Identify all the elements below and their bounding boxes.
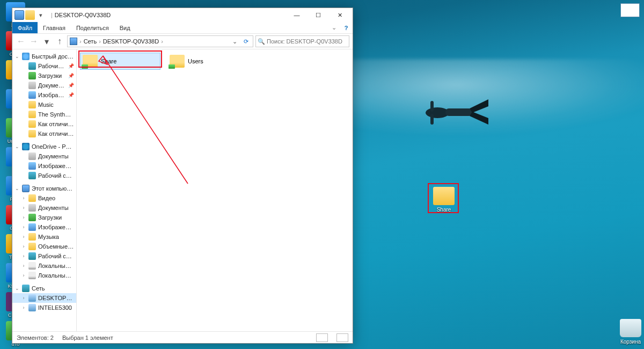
expand-icon[interactable]: › xyxy=(21,195,26,201)
expand-icon[interactable]: › xyxy=(21,273,26,278)
desktop-recycle-bin-label: Корзина xyxy=(620,339,641,345)
expand-icon[interactable]: › xyxy=(21,263,26,268)
nav-item[interactable]: Рабочий стол📌 xyxy=(12,61,76,71)
nav-item[interactable]: Рабочий стол xyxy=(12,171,76,180)
address-history-dropdown-icon[interactable]: ⌄ xyxy=(230,38,239,45)
nav-item[interactable]: ›Документы xyxy=(12,203,76,213)
nav-item[interactable]: ›DESKTOP-Q0V338D xyxy=(12,293,76,303)
desktop[interactable]: Эт... CCl... 360 С... Unins... Не Par...… xyxy=(0,0,644,349)
navigation-pane[interactable]: ⌄Быстрый доступРабочий стол📌Загрузки📌Док… xyxy=(12,49,77,331)
nav-item-icon xyxy=(28,162,36,170)
expand-icon[interactable]: ⌄ xyxy=(14,286,20,291)
expand-icon[interactable]: › xyxy=(21,244,26,249)
qat-dropdown-icon[interactable]: ▾ xyxy=(36,10,46,20)
nav-item-label: Рабочий стол xyxy=(38,63,66,69)
folder-item-users[interactable]: Users xyxy=(167,53,247,70)
svg-rect-1 xyxy=(445,108,472,116)
nav-item[interactable]: ›Видео xyxy=(12,193,76,203)
nav-item-icon xyxy=(28,204,36,212)
folder-icon[interactable] xyxy=(25,10,35,20)
nav-item[interactable]: Как отличить пира xyxy=(12,119,76,129)
expand-icon[interactable]: ⌄ xyxy=(14,144,20,149)
status-selected: Выбран 1 элемент xyxy=(62,335,113,341)
ribbon-tabs: Файл Главная Поделиться Вид ⌄ ? xyxy=(12,22,353,34)
nav-item[interactable]: ⌄OneDrive - Personal xyxy=(12,142,76,151)
nav-item[interactable]: ›Локальный диск (C xyxy=(12,261,76,271)
breadcrumb-host[interactable]: DESKTOP-Q0V338D xyxy=(103,38,159,45)
nav-item[interactable]: ›Музыка xyxy=(12,232,76,242)
tray-widget[interactable] xyxy=(620,3,640,17)
nav-item[interactable]: ⌄Быстрый доступ xyxy=(12,52,76,61)
nav-item[interactable]: The Synthpop Disco xyxy=(12,110,76,119)
refresh-icon[interactable]: ⟳ xyxy=(241,38,251,45)
red-highlight-box xyxy=(428,183,459,213)
expand-icon[interactable]: › xyxy=(21,234,26,239)
help-icon[interactable]: ? xyxy=(340,25,353,31)
nav-item-label: Документы xyxy=(38,205,74,211)
chevron-right-icon[interactable]: › xyxy=(161,38,163,45)
desktop-recycle-bin[interactable]: Корзина xyxy=(614,319,644,345)
pin-icon: 📌 xyxy=(68,92,74,98)
nav-item-label: OneDrive - Personal xyxy=(32,143,74,150)
chevron-right-icon[interactable]: › xyxy=(79,38,82,45)
nav-item-icon xyxy=(28,91,36,99)
nav-item[interactable]: Изображения xyxy=(12,161,76,171)
svg-rect-2 xyxy=(430,101,434,112)
nav-item[interactable]: ›Объемные объекты xyxy=(12,242,76,251)
nav-item-icon xyxy=(28,172,36,179)
back-button[interactable]: ← xyxy=(16,36,26,47)
folder-item-share[interactable]: Share xyxy=(80,53,160,70)
nav-item-label: Загрузки xyxy=(38,214,74,221)
window-title: DESKTOP-Q0V338D xyxy=(55,12,286,18)
expand-icon[interactable]: › xyxy=(21,224,26,230)
status-count: Элементов: 2 xyxy=(17,335,54,341)
nav-item[interactable]: ›INTELE5300 xyxy=(12,303,76,312)
nav-item[interactable]: Music xyxy=(12,100,76,110)
view-large-button[interactable] xyxy=(336,333,348,342)
nav-item[interactable]: ›Рабочий стол xyxy=(12,251,76,261)
nav-item[interactable]: Изображения📌 xyxy=(12,90,76,100)
address-bar[interactable]: › Сеть › DESKTOP-Q0V338D › ⌄ ⟳ xyxy=(67,35,253,47)
recent-dropdown-icon[interactable]: ▾ xyxy=(41,36,52,47)
tab-home[interactable]: Главная xyxy=(38,22,71,33)
content-pane[interactable]: ShareUsers xyxy=(77,49,353,331)
nav-item[interactable]: ›Локальный диск (D xyxy=(12,271,76,280)
nav-item-icon xyxy=(28,62,36,70)
nav-item[interactable]: ›Изображения xyxy=(12,222,76,232)
minimize-button[interactable]: — xyxy=(286,8,308,22)
nav-item-label: Локальный диск (D xyxy=(38,272,74,279)
file-explorer-window[interactable]: ▾ | DESKTOP-Q0V338D — ☐ ✕ Файл Главная П… xyxy=(12,8,353,344)
expand-icon[interactable]: › xyxy=(21,295,26,301)
shared-folder-icon xyxy=(170,55,185,68)
chevron-right-icon[interactable]: › xyxy=(99,38,101,45)
expand-icon[interactable]: › xyxy=(21,253,26,259)
tab-view[interactable]: Вид xyxy=(114,22,136,33)
ribbon-collapse-icon[interactable]: ⌄ xyxy=(328,24,340,31)
maximize-button[interactable]: ☐ xyxy=(308,8,329,22)
nav-item[interactable]: ⌄Сеть xyxy=(12,283,76,293)
nav-item[interactable]: Как отличить пира xyxy=(12,129,76,139)
nav-item-label: DESKTOP-Q0V338D xyxy=(38,295,74,301)
computer-icon[interactable] xyxy=(14,10,24,20)
view-details-button[interactable] xyxy=(316,333,328,342)
breadcrumb-network[interactable]: Сеть xyxy=(84,38,97,45)
close-button[interactable]: ✕ xyxy=(329,8,350,22)
expand-icon[interactable]: › xyxy=(21,305,26,310)
nav-item[interactable]: Загрузки📌 xyxy=(12,71,76,81)
tab-file[interactable]: Файл xyxy=(12,22,38,33)
titlebar[interactable]: ▾ | DESKTOP-Q0V338D — ☐ ✕ xyxy=(12,8,353,22)
expand-icon[interactable]: ⌄ xyxy=(14,54,20,59)
nav-item[interactable]: Документы xyxy=(12,151,76,161)
search-box[interactable]: 🔍 Поиск: DESKTOP-Q0V338D xyxy=(255,35,349,47)
nav-item-label: Быстрый доступ xyxy=(32,53,74,60)
expand-icon[interactable]: › xyxy=(21,205,26,210)
nav-item[interactable]: Документы📌 xyxy=(12,81,76,90)
tab-share[interactable]: Поделиться xyxy=(71,22,114,33)
expand-icon[interactable]: › xyxy=(21,215,26,220)
nav-item[interactable]: ⌄Этот компьютер xyxy=(12,184,76,193)
expand-icon[interactable]: ⌄ xyxy=(14,186,20,191)
nav-item[interactable]: ›Загрузки xyxy=(12,213,76,222)
forward-button[interactable]: → xyxy=(28,36,39,47)
shared-folder-icon xyxy=(83,55,98,68)
up-button[interactable]: ↑ xyxy=(54,36,65,47)
